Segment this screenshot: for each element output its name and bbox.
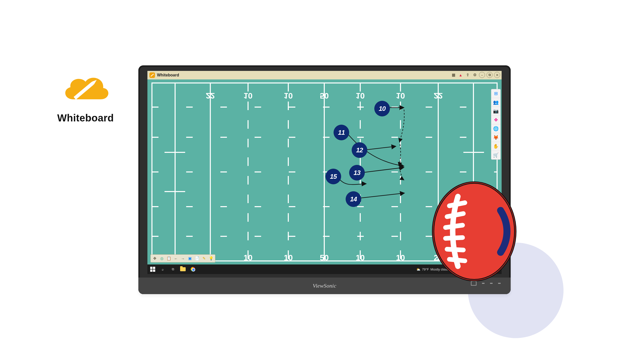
player-marker[interactable]: 11 — [334, 125, 349, 140]
monitor-button[interactable] — [482, 283, 485, 284]
svg-line-48 — [447, 249, 463, 250]
search-icon[interactable]: ⌕ — [160, 266, 166, 272]
player-marker[interactable]: 12 — [352, 142, 367, 158]
whiteboard-app-icon — [149, 72, 155, 78]
weather-icon: ⛅ — [416, 267, 420, 271]
arrow-left-icon[interactable]: ← — [173, 255, 179, 261]
globe-icon[interactable]: 🌐 — [491, 124, 500, 133]
monitor-button[interactable] — [498, 283, 501, 284]
cloud-pencil-icon — [60, 69, 111, 107]
whiteboard-titlebar[interactable]: Whiteboard ▦ ▲ ⇪ ⚙ – ⧉ ✕ — [147, 71, 502, 79]
svg-line-49 — [449, 259, 465, 261]
whiteboard-badge: Whiteboard — [53, 69, 118, 124]
player-marker[interactable]: 10 — [374, 101, 390, 116]
monitor-button[interactable] — [490, 283, 493, 284]
arrow-right-icon[interactable]: → — [180, 255, 186, 261]
start-button[interactable] — [150, 266, 155, 272]
whiteboard-dock[interactable]: ⊞ 👥 📷 ✥ 🌐 🦊 ✋ 🛒 — [491, 89, 501, 160]
minimize-button[interactable]: – — [479, 72, 485, 78]
cart-icon[interactable]: 🛒 — [491, 151, 500, 159]
player-marker[interactable]: 15 — [326, 169, 341, 184]
svg-line-45 — [447, 213, 463, 216]
football-icon — [428, 181, 521, 282]
whiteboard-badge-label: Whiteboard — [53, 112, 118, 124]
svg-line-44 — [449, 203, 465, 206]
target-icon[interactable]: ◎ — [159, 255, 165, 261]
file-explorer-icon[interactable] — [180, 266, 186, 272]
svg-line-39 — [366, 146, 396, 150]
chrome-icon[interactable] — [190, 266, 196, 272]
move-icon[interactable]: ✥ — [152, 255, 158, 261]
folder-icon[interactable]: ▣ — [187, 255, 193, 261]
wand-icon[interactable]: ✎ — [201, 255, 207, 261]
clipboard-icon[interactable]: 📋 — [166, 255, 172, 261]
teams-icon[interactable]: 👥 — [491, 98, 500, 107]
close-button[interactable]: ✕ — [494, 72, 500, 78]
windows-icon[interactable]: ⊞ — [491, 89, 500, 98]
share-icon[interactable]: ⇪ — [465, 72, 470, 78]
svg-point-42 — [433, 183, 515, 280]
svg-line-46 — [446, 225, 463, 228]
monitor-brand: ViewSonic — [313, 283, 336, 289]
lightbulb-icon[interactable]: 💡 — [208, 255, 214, 261]
svg-line-40 — [363, 167, 404, 172]
whiteboard-title: Whiteboard — [157, 73, 179, 77]
task-view-icon[interactable]: ⧉ — [170, 266, 176, 272]
gear-icon[interactable]: ⚙ — [472, 72, 477, 78]
move-icon[interactable]: ✥ — [491, 116, 500, 124]
player-marker[interactable]: 14 — [346, 191, 361, 207]
camera-icon[interactable]: 📷 — [491, 107, 500, 116]
player-marker[interactable]: 13 — [349, 165, 365, 180]
whiteboard-mini-toolbar[interactable]: ✥ ◎ 📋 ← → ▣ 📄 ✎ 💡 — [150, 254, 215, 262]
alert-icon[interactable]: ▲ — [458, 72, 463, 78]
paste-icon[interactable]: 📄 — [194, 255, 200, 261]
grid-icon[interactable]: ▦ — [451, 72, 456, 78]
titlebar-controls: ▦ ▲ ⇪ ⚙ – ⧉ ✕ — [451, 72, 500, 78]
svg-line-47 — [446, 238, 463, 238]
svg-line-41 — [360, 193, 405, 198]
firefox-icon[interactable]: 🦊 — [491, 133, 500, 142]
restore-button[interactable]: ⧉ — [487, 72, 493, 78]
hand-icon[interactable]: ✋ — [491, 142, 500, 151]
